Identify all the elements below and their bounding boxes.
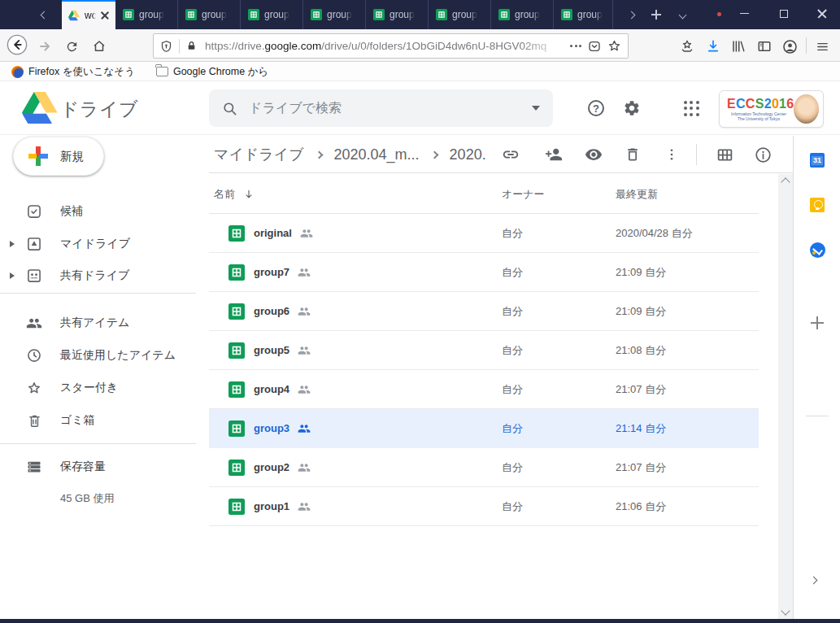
- file-row[interactable]: group6 自分 21:09 自分: [209, 292, 759, 331]
- pocket-icon[interactable]: [588, 40, 601, 53]
- back-button[interactable]: [7, 34, 28, 55]
- tab-scroll-left-button[interactable]: [36, 7, 52, 23]
- delete-button[interactable]: [623, 145, 642, 164]
- sidebar-item-trash[interactable]: ゴミ箱: [0, 404, 196, 437]
- workspace-side-panel: 31: [793, 136, 840, 619]
- tab-group-sheet[interactable]: group: [429, 0, 491, 29]
- sort-descending-icon[interactable]: [243, 189, 255, 200]
- home-button[interactable]: [89, 36, 110, 57]
- file-row[interactable]: group4 自分 21:07 自分: [209, 370, 759, 409]
- tab-label: group: [452, 9, 477, 20]
- tab-label: group: [577, 9, 603, 20]
- file-row[interactable]: group2 自分 21:07 自分: [209, 448, 759, 487]
- keep-button[interactable]: [809, 197, 825, 213]
- column-header-modified[interactable]: 最終更新: [616, 174, 658, 214]
- info-button[interactable]: [753, 145, 773, 164]
- more-actions-button[interactable]: [662, 145, 681, 164]
- sidebar-item-shared-drives[interactable]: 共有ドライブ: [0, 259, 196, 292]
- column-header-owner[interactable]: オーナー: [502, 174, 545, 214]
- sidebar-item-storage[interactable]: 保存容量: [0, 451, 196, 483]
- url-bar[interactable]: https://drive.google.com/drive/u/0/folde…: [153, 33, 629, 59]
- tasks-button[interactable]: [809, 242, 825, 258]
- new-button[interactable]: 新規: [13, 137, 104, 176]
- scroll-up-icon[interactable]: [781, 177, 790, 186]
- divider: [0, 293, 196, 294]
- tab-overflow-button[interactable]: [623, 7, 639, 23]
- settings-button[interactable]: [622, 98, 642, 118]
- new-tab-button[interactable]: [648, 7, 664, 23]
- sidebar-item-my-drive[interactable]: マイドライブ: [0, 228, 196, 260]
- sidebar-item-recent[interactable]: 最近使用したアイテム: [0, 339, 196, 372]
- tab-close-icon[interactable]: [101, 11, 109, 20]
- search-options-caret-icon[interactable]: [532, 106, 540, 111]
- minimize-button[interactable]: [726, 0, 763, 27]
- sidebar-item-starred[interactable]: スター付き: [0, 372, 196, 404]
- avatar[interactable]: [794, 94, 819, 124]
- search-icon[interactable]: [222, 101, 237, 116]
- menu-button[interactable]: [812, 36, 833, 57]
- hide-side-panel-button[interactable]: [807, 573, 820, 586]
- vertical-scrollbar[interactable]: [778, 174, 793, 619]
- get-addons-button[interactable]: [809, 315, 825, 331]
- maximize-button[interactable]: [765, 0, 802, 27]
- lock-icon[interactable]: [186, 40, 197, 52]
- share-button[interactable]: [544, 145, 564, 164]
- tab-label: group: [264, 9, 289, 20]
- tab-group-sheet[interactable]: group: [492, 0, 554, 29]
- tab-group-sheet[interactable]: group: [116, 0, 178, 29]
- sidebar-item-shared-with-me[interactable]: 共有アイテム: [0, 307, 196, 339]
- divider: [0, 443, 196, 444]
- bookmark-star-icon[interactable]: [607, 39, 621, 53]
- tab-group-sheet[interactable]: group: [242, 0, 303, 29]
- file-owner: 自分: [502, 499, 523, 514]
- help-button[interactable]: ?: [586, 98, 606, 118]
- download-button[interactable]: [703, 36, 724, 57]
- expand-arrow-icon[interactable]: [10, 241, 15, 247]
- file-row[interactable]: group1 自分 21:06 自分: [209, 487, 759, 526]
- people-icon: [26, 315, 42, 331]
- file-row[interactable]: original 自分 2020/04/28 自分: [209, 214, 759, 253]
- sidebars-icon[interactable]: [754, 36, 775, 57]
- account-badge[interactable]: ECCS2016 Information Technology Center T…: [719, 90, 824, 128]
- breadcrumb-my-drive[interactable]: マイドライブ: [214, 145, 304, 164]
- breadcrumb-current-folder[interactable]: 2020.: [450, 146, 486, 163]
- get-link-icon[interactable]: [502, 146, 520, 163]
- forward-button[interactable]: [34, 36, 55, 57]
- bookmarks-bar: Firefox を使いこなそう Google Chrome から: [0, 63, 840, 81]
- sidebar-item-priority[interactable]: 候補: [0, 195, 196, 228]
- page-actions-icon[interactable]: [570, 45, 581, 47]
- firefox-icon: [11, 66, 24, 78]
- expand-arrow-icon[interactable]: [10, 272, 15, 279]
- tab-group-sheet[interactable]: group: [179, 0, 241, 29]
- tab-group-sheet[interactable]: group: [304, 0, 366, 29]
- google-apps-button[interactable]: [681, 98, 701, 118]
- calendar-icon: 31: [810, 153, 825, 168]
- file-row-selected[interactable]: group3 自分 21:14 自分: [209, 409, 759, 448]
- tab-group-sheet[interactable]: group: [367, 0, 429, 29]
- bookmark-firefox-tips[interactable]: Firefox を使いこなそう: [11, 65, 135, 79]
- search-input[interactable]: [249, 101, 520, 115]
- tab-label: wo: [85, 10, 96, 21]
- list-all-tabs-button[interactable]: [674, 7, 690, 23]
- scroll-down-icon[interactable]: [781, 606, 790, 615]
- file-row[interactable]: group7 自分 21:09 自分: [209, 253, 759, 292]
- shield-icon[interactable]: [160, 40, 172, 53]
- file-row[interactable]: group5 自分 21:08 自分: [209, 331, 759, 370]
- sheets-favicon-icon: [248, 9, 259, 20]
- breadcrumb-folder[interactable]: 2020.04_m...: [334, 146, 420, 163]
- tab-group-sheet[interactable]: group: [555, 0, 613, 29]
- preview-button[interactable]: [584, 145, 603, 164]
- search-box[interactable]: [209, 89, 553, 127]
- drive-logo[interactable]: [22, 92, 58, 124]
- account-icon[interactable]: [779, 36, 800, 57]
- grid-view-button[interactable]: [715, 145, 734, 164]
- library-icon[interactable]: [728, 36, 749, 57]
- calendar-button[interactable]: 31: [809, 152, 825, 168]
- shared-people-icon: [298, 461, 311, 474]
- reload-button[interactable]: [61, 36, 82, 57]
- save-to-bookmarks-icon[interactable]: [677, 36, 698, 57]
- tab-active-drive[interactable]: wo: [62, 0, 115, 29]
- close-window-button[interactable]: [803, 0, 840, 27]
- column-header-name[interactable]: 名前: [214, 174, 255, 214]
- bookmark-folder-chrome[interactable]: Google Chrome から: [156, 65, 268, 79]
